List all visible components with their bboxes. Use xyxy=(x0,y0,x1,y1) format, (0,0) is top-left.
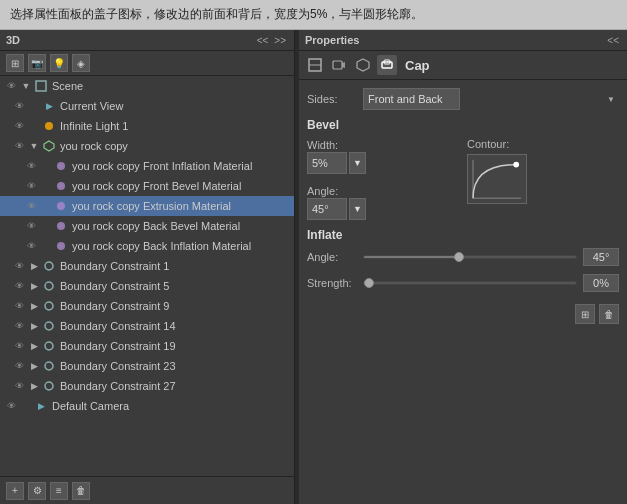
layer-item[interactable]: 👁 ▶ Boundary Constraint 19 xyxy=(0,336,294,356)
add-icon[interactable]: + xyxy=(6,482,24,500)
layer-list: 👁 ▼ Scene 👁 ▶ Current View 👁 Infinite Li… xyxy=(0,76,294,476)
expand-icon[interactable]: ▶ xyxy=(29,381,39,391)
layer-item[interactable]: 👁 you rock copy Front Bevel Material xyxy=(0,176,294,196)
eye-icon[interactable]: 👁 xyxy=(4,399,18,413)
tab-scene[interactable] xyxy=(305,55,325,75)
eye-icon[interactable]: 👁 xyxy=(24,159,38,173)
toolbar-mesh-icon[interactable]: ◈ xyxy=(72,54,90,72)
layer-item[interactable]: 👁 ▶ Boundary Constraint 9 xyxy=(0,296,294,316)
panel-expand-btn[interactable]: >> xyxy=(272,35,288,46)
eye-icon[interactable]: 👁 xyxy=(4,79,18,93)
inflate-angle-thumb[interactable] xyxy=(454,252,464,262)
constraint-type-icon xyxy=(41,339,57,353)
eye-icon[interactable]: 👁 xyxy=(12,359,26,373)
save-icon-btn[interactable]: ⊞ xyxy=(575,304,595,324)
trash-icon[interactable]: 🗑 xyxy=(72,482,90,500)
layer-item[interactable]: 👁 ▼ you rock copy xyxy=(0,136,294,156)
eye-icon[interactable]: 👁 xyxy=(12,339,26,353)
width-dropdown-btn[interactable]: ▼ xyxy=(349,152,366,174)
svg-point-25 xyxy=(513,162,519,168)
eye-icon[interactable]: 👁 xyxy=(12,99,26,113)
layer-label: Boundary Constraint 5 xyxy=(60,280,290,292)
eye-icon[interactable]: 👁 xyxy=(12,379,26,393)
strength-slider[interactable] xyxy=(363,281,577,285)
settings-icon[interactable]: ⚙ xyxy=(28,482,46,500)
filter-icon[interactable]: ≡ xyxy=(50,482,68,500)
svg-point-3 xyxy=(57,162,65,170)
tab-camera[interactable] xyxy=(329,55,349,75)
inflate-angle-slider[interactable] xyxy=(363,255,577,259)
toolbar-scene-icon[interactable]: ⊞ xyxy=(6,54,24,72)
layer-item[interactable]: 👁 ▶ Current View xyxy=(0,96,294,116)
layer-label: Boundary Constraint 19 xyxy=(60,340,290,352)
eye-icon[interactable]: 👁 xyxy=(12,319,26,333)
toolbar-row: ⊞ 📷 💡 ◈ xyxy=(0,51,294,76)
eye-icon[interactable]: 👁 xyxy=(12,119,26,133)
layer-item-selected[interactable]: 👁 you rock copy Extrusion Material xyxy=(0,196,294,216)
width-label: Width: xyxy=(307,139,338,151)
layer-item[interactable]: 👁 you rock copy Back Bevel Material xyxy=(0,216,294,236)
eye-icon[interactable]: 👁 xyxy=(24,219,38,233)
contour-preview[interactable] xyxy=(467,154,527,204)
expand-icon[interactable]: ▶ xyxy=(29,321,39,331)
expand-icon[interactable]: ▶ xyxy=(29,341,39,351)
layer-item[interactable]: 👁 ▶ Boundary Constraint 14 xyxy=(0,316,294,336)
expand-icon[interactable]: ▼ xyxy=(29,141,39,151)
bottom-icons-row: ⊞ 🗑 xyxy=(307,300,619,328)
svg-point-5 xyxy=(57,202,65,210)
eye-icon[interactable]: 👁 xyxy=(24,199,38,213)
constraint-type-icon xyxy=(41,319,57,333)
constraint-type-icon xyxy=(41,259,57,273)
angle-dropdown-btn[interactable]: ▼ xyxy=(349,198,366,220)
eye-icon[interactable]: 👁 xyxy=(12,279,26,293)
layer-label: you rock copy Front Inflation Material xyxy=(72,160,290,172)
strength-thumb[interactable] xyxy=(364,278,374,288)
layer-label: Boundary Constraint 14 xyxy=(60,320,290,332)
section-cap-title: Cap xyxy=(405,58,430,73)
panel-collapse-btn[interactable]: << xyxy=(255,35,271,46)
svg-marker-19 xyxy=(357,59,369,71)
eye-icon[interactable]: 👁 xyxy=(24,239,38,253)
eye-icon[interactable]: 👁 xyxy=(12,299,26,313)
expand-icon[interactable]: ▶ xyxy=(29,301,39,311)
expand-icon[interactable]: ▶ xyxy=(29,361,39,371)
toolbar-camera-icon[interactable]: 📷 xyxy=(28,54,46,72)
eye-icon[interactable]: 👁 xyxy=(24,179,38,193)
layer-item[interactable]: 👁 ▶ Boundary Constraint 1 xyxy=(0,256,294,276)
constraint-type-icon xyxy=(41,359,57,373)
layer-item[interactable]: 👁 ▼ Scene xyxy=(0,76,294,96)
tab-mesh[interactable] xyxy=(353,55,373,75)
instruction-bar: 选择属性面板的盖子图标，修改边的前面和背后，宽度为5%，与半圆形轮廓。 xyxy=(0,0,627,30)
panel-collapse-btn[interactable]: << xyxy=(605,35,621,46)
panel-3d-header: 3D << >> xyxy=(0,30,294,51)
expand-icon xyxy=(21,401,31,411)
panel-properties: Properties << Cap Sides: xyxy=(299,30,627,504)
tab-cap[interactable] xyxy=(377,55,397,75)
expand-icon[interactable]: ▶ xyxy=(29,281,39,291)
layer-item[interactable]: 👁 you rock copy Front Inflation Material xyxy=(0,156,294,176)
expand-icon[interactable]: ▶ xyxy=(29,261,39,271)
layer-label: Scene xyxy=(52,80,290,92)
layer-item[interactable]: 👁 ▶ Boundary Constraint 23 xyxy=(0,356,294,376)
layer-item[interactable]: 👁 ▶ Boundary Constraint 5 xyxy=(0,276,294,296)
trash-icon-btn[interactable]: 🗑 xyxy=(599,304,619,324)
width-input[interactable] xyxy=(307,152,347,174)
eye-icon[interactable]: 👁 xyxy=(12,259,26,273)
layer-label: you rock copy Back Bevel Material xyxy=(72,220,290,232)
layer-item[interactable]: 👁 Infinite Light 1 xyxy=(0,116,294,136)
sides-select[interactable]: Front and Back Front Back None xyxy=(363,88,460,110)
layer-label: Boundary Constraint 1 xyxy=(60,260,290,272)
camera-type-icon: ▶ xyxy=(41,99,57,113)
svg-rect-0 xyxy=(36,81,46,91)
expand-icon xyxy=(29,121,39,131)
expand-icon xyxy=(41,221,51,231)
eye-icon[interactable]: 👁 xyxy=(12,139,26,153)
toolbar-light-icon[interactable]: 💡 xyxy=(50,54,68,72)
width-input-row: ▼ xyxy=(307,152,459,174)
angle-input[interactable] xyxy=(307,198,347,220)
layer-item[interactable]: 👁 ▶ Boundary Constraint 27 xyxy=(0,376,294,396)
layer-item[interactable]: 👁 you rock copy Back Inflation Material xyxy=(0,236,294,256)
layer-item[interactable]: 👁 ▶ Default Camera xyxy=(0,396,294,416)
expand-icon[interactable]: ▼ xyxy=(21,81,31,91)
layer-label: Boundary Constraint 27 xyxy=(60,380,290,392)
